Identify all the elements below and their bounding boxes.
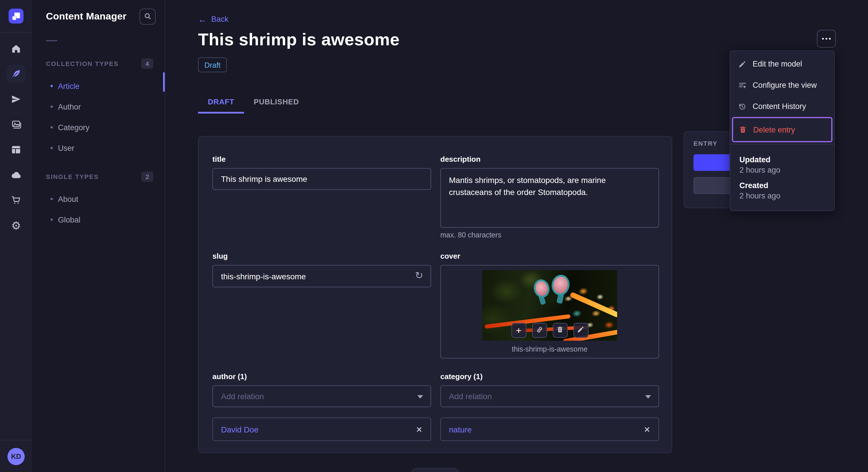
strapi-logo-icon: [11, 11, 21, 21]
main-navbar: ⚙ KD: [0, 0, 33, 472]
dot-icon: [826, 38, 827, 40]
cover-label: cover: [440, 252, 659, 260]
cover-filename: this-shrimp-is-awesome: [512, 345, 588, 353]
author-relation-item: David Doe ✕: [212, 417, 431, 441]
menu-item-content-history[interactable]: Content History: [730, 96, 834, 117]
description-hint: max. 80 characters: [440, 231, 659, 239]
version-tabs: DRAFT PUBLISHED: [198, 94, 309, 113]
back-link[interactable]: ← Back: [198, 15, 228, 24]
field-cover: cover +: [440, 252, 659, 359]
navbar-divider: [0, 32, 32, 33]
app-root: ⚙ KD Content Manager COLLECTION TYPES 4: [0, 0, 868, 472]
subnav-divider: [46, 40, 57, 41]
description-label: description: [440, 155, 659, 164]
cover-actions: +: [511, 323, 588, 338]
plus-icon: +: [516, 326, 522, 335]
tab-published[interactable]: PUBLISHED: [244, 94, 309, 113]
field-slug: slug ↻: [212, 252, 431, 287]
collection-types-header: COLLECTION TYPES 4: [46, 59, 153, 69]
add-asset-button[interactable]: +: [511, 323, 526, 338]
cover-image-mantis-shrimp[interactable]: +: [482, 270, 617, 341]
updated-label: Updated: [739, 156, 825, 164]
created-label: Created: [739, 181, 825, 190]
nav-settings-button[interactable]: ⚙: [0, 213, 32, 238]
entry-form-card: title description Mantis shrimps, or sto…: [198, 136, 672, 453]
bullet-icon: [51, 147, 53, 149]
nav-content-manager-button[interactable]: [0, 61, 32, 87]
sidebar-item-category[interactable]: Category: [32, 117, 165, 138]
updated-block: Updated 2 hours ago: [739, 156, 825, 174]
menu-item-delete-entry[interactable]: Delete entry: [732, 117, 832, 142]
nav-releases-button[interactable]: [0, 87, 32, 112]
nav-content-type-builder-button[interactable]: [0, 137, 32, 162]
nav-media-library-button[interactable]: [0, 112, 32, 137]
cloud-icon: [7, 166, 25, 184]
sidebar-item-user[interactable]: User: [32, 138, 165, 158]
sidebar-item-article[interactable]: Article: [32, 76, 165, 96]
search-button[interactable]: [140, 9, 156, 25]
paper-plane-icon: [7, 90, 25, 108]
navbar-bottom-divider: [0, 440, 32, 440]
slug-label: slug: [212, 252, 431, 260]
tab-draft[interactable]: DRAFT: [198, 94, 244, 113]
single-types-count-badge: 2: [141, 171, 153, 182]
sidebar-item-about[interactable]: About: [32, 189, 165, 209]
title-label: title: [212, 155, 431, 164]
remove-relation-icon[interactable]: ✕: [416, 425, 423, 434]
nav-marketplace-button[interactable]: [0, 188, 32, 213]
category-placeholder: Add relation: [449, 392, 492, 401]
description-textarea[interactable]: Mantis shrimps, or stomatopods, are mari…: [440, 168, 659, 228]
bullet-icon: [51, 218, 53, 221]
nav-cloud-button[interactable]: [0, 162, 32, 188]
bottom-floating-bar: [410, 468, 460, 472]
remove-relation-icon[interactable]: ✕: [644, 425, 650, 434]
navbar-icon-list: ⚙: [0, 36, 32, 238]
trash-icon: [738, 126, 747, 134]
author-relation-link[interactable]: David Doe: [221, 425, 259, 434]
sidebar-item-global[interactable]: Global: [32, 209, 165, 230]
collection-types-label: COLLECTION TYPES: [46, 60, 119, 67]
bullet-icon: [51, 85, 53, 87]
updated-value: 2 hours ago: [739, 166, 825, 174]
category-relation-link[interactable]: nature: [449, 425, 472, 434]
field-category: category (1) Add relation nature ✕: [440, 372, 659, 441]
sidebar-item-label: Author: [58, 102, 81, 111]
bullet-icon: [51, 126, 53, 129]
link-icon: [535, 326, 544, 335]
nav-home-button[interactable]: [0, 36, 32, 61]
regenerate-slug-button[interactable]: ↻: [413, 270, 425, 282]
pencil-icon: [738, 60, 747, 68]
images-icon: [7, 115, 25, 134]
home-icon: [7, 40, 25, 58]
strapi-logo[interactable]: [9, 9, 24, 24]
subnav-header: Content Manager: [32, 0, 165, 25]
menu-item-label: Content History: [753, 102, 806, 111]
refresh-icon: ↻: [415, 270, 423, 281]
title-input[interactable]: [212, 168, 431, 190]
layout-icon: [7, 140, 25, 159]
menu-item-edit-model[interactable]: Edit the model: [730, 53, 834, 74]
sidebar-item-label: Article: [58, 82, 80, 90]
back-label: Back: [211, 15, 228, 24]
single-types-label: SINGLE TYPES: [46, 173, 99, 180]
shrimp-eye: [532, 278, 551, 299]
form-grid: title description Mantis shrimps, or sto…: [212, 155, 658, 441]
menu-item-label: Delete entry: [753, 125, 795, 134]
menu-item-configure-view[interactable]: Configure the view: [730, 74, 834, 96]
author-add-relation-combobox[interactable]: Add relation: [212, 385, 431, 407]
user-avatar[interactable]: KD: [7, 448, 25, 465]
more-actions-button[interactable]: [817, 30, 836, 47]
author-placeholder: Add relation: [221, 392, 264, 401]
category-add-relation-combobox[interactable]: Add relation: [440, 385, 659, 407]
field-title: title: [212, 155, 431, 190]
feather-icon: [7, 65, 25, 83]
bullet-icon: [51, 198, 53, 200]
delete-asset-button[interactable]: [553, 323, 567, 338]
author-label: author (1): [212, 372, 431, 381]
status-badge: Draft: [198, 57, 227, 72]
copy-link-button[interactable]: [532, 323, 547, 338]
slug-input[interactable]: [212, 265, 431, 287]
sidebar-item-author[interactable]: Author: [32, 96, 165, 117]
history-icon: [738, 102, 747, 110]
edit-asset-button[interactable]: [573, 323, 588, 338]
